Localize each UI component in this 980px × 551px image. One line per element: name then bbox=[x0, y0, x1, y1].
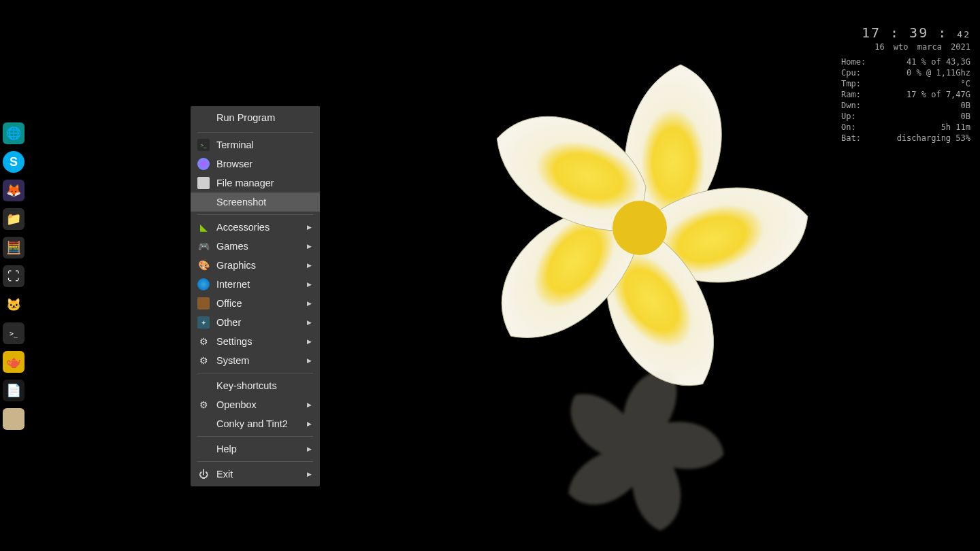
browser-icon bbox=[197, 158, 210, 170]
menu-item-label: Games bbox=[216, 241, 300, 252]
screenshot-icon[interactable]: ⛶ bbox=[3, 265, 24, 287]
palette-icon: 🎨 bbox=[197, 259, 210, 271]
desktop-wallpaper bbox=[0, 0, 980, 551]
menu-games[interactable]: 🎮 Games ▶ bbox=[191, 237, 320, 256]
gear-icon: ⚙ bbox=[197, 354, 210, 367]
folder-icon bbox=[197, 177, 210, 189]
blank-icon bbox=[197, 112, 210, 124]
menu-settings[interactable]: ⚙ Settings ▶ bbox=[191, 332, 320, 351]
menu-item-label: Graphics bbox=[216, 260, 300, 271]
submenu-arrow-icon: ▶ bbox=[307, 243, 312, 250]
menu-key-shortcuts[interactable]: Key-shortcuts bbox=[191, 376, 320, 395]
menu-run-program[interactable]: Run Program bbox=[191, 106, 320, 129]
briefcase-icon bbox=[197, 297, 210, 310]
power-icon: ⏻ bbox=[197, 468, 210, 480]
menu-exit[interactable]: ⏻ Exit ▶ bbox=[191, 465, 320, 484]
menu-separator bbox=[197, 214, 313, 215]
edge-dev-icon[interactable]: 🌐 bbox=[3, 122, 24, 144]
submenu-arrow-icon: ▶ bbox=[307, 338, 312, 345]
gear-icon: ⚙ bbox=[197, 335, 210, 348]
blank-icon bbox=[197, 443, 210, 455]
menu-separator bbox=[197, 132, 313, 133]
menu-item-label: System bbox=[216, 355, 300, 366]
gear-icon: ⚙ bbox=[197, 399, 210, 411]
blank-icon[interactable] bbox=[3, 408, 24, 430]
ruler-icon: ◣ bbox=[197, 221, 210, 233]
menu-item-label: Internet bbox=[216, 279, 300, 290]
notes-icon[interactable]: 📄 bbox=[3, 380, 24, 401]
menu-browser[interactable]: Browser bbox=[191, 154, 320, 173]
dock-panel: 🌐S🦊📁🧮⛶🐱>_🫖📄 bbox=[3, 122, 30, 430]
submenu-arrow-icon: ▶ bbox=[307, 401, 312, 408]
menu-help[interactable]: Help ▶ bbox=[191, 439, 320, 458]
submenu-arrow-icon: ▶ bbox=[307, 262, 312, 269]
skype-icon[interactable]: S bbox=[3, 151, 24, 173]
menu-item-label: Run Program bbox=[216, 112, 312, 123]
menu-internet[interactable]: Internet ▶ bbox=[191, 275, 320, 294]
menu-separator bbox=[197, 373, 313, 373]
teapot-icon[interactable]: 🫖 bbox=[3, 351, 24, 373]
blank-icon bbox=[197, 380, 210, 392]
menu-item-label: Other bbox=[216, 317, 300, 328]
submenu-arrow-icon: ▶ bbox=[307, 224, 312, 231]
cat-icon[interactable]: 🐱 bbox=[3, 294, 24, 316]
blank-icon bbox=[197, 196, 210, 208]
submenu-arrow-icon: ▶ bbox=[307, 319, 312, 326]
submenu-arrow-icon: ▶ bbox=[307, 471, 312, 478]
menu-item-label: Key-shortcuts bbox=[216, 380, 312, 391]
menu-separator bbox=[197, 436, 313, 437]
menu-item-label: Settings bbox=[216, 336, 300, 347]
blank-icon bbox=[197, 418, 210, 430]
menu-screenshot[interactable]: Screenshot bbox=[191, 193, 320, 212]
menu-office[interactable]: Office ▶ bbox=[191, 294, 320, 313]
menu-separator bbox=[197, 461, 313, 462]
menu-item-label: Help bbox=[216, 444, 300, 454]
menu-conky-tint2[interactable]: Conky and Tint2 ▶ bbox=[191, 414, 320, 433]
menu-item-label: Browser bbox=[216, 158, 312, 169]
calculator-icon[interactable]: 🧮 bbox=[3, 237, 24, 258]
menu-item-label: Accessories bbox=[216, 222, 300, 233]
menu-item-label: File manager bbox=[216, 178, 312, 188]
menu-item-label: Openbox bbox=[216, 399, 300, 410]
terminal-icon: >_ bbox=[197, 139, 210, 151]
menu-graphics[interactable]: 🎨 Graphics ▶ bbox=[191, 256, 320, 275]
menu-item-label: Screenshot bbox=[216, 197, 312, 207]
menu-item-label: Office bbox=[216, 298, 300, 309]
menu-item-label: Terminal bbox=[216, 139, 312, 150]
gear-box-icon: ✦ bbox=[197, 316, 210, 329]
submenu-arrow-icon: ▶ bbox=[307, 420, 312, 427]
firefox-icon[interactable]: 🦊 bbox=[3, 180, 24, 201]
menu-terminal[interactable]: >_ Terminal bbox=[191, 135, 320, 154]
menu-file-manager[interactable]: File manager bbox=[191, 173, 320, 193]
menu-openbox[interactable]: ⚙ Openbox ▶ bbox=[191, 395, 320, 414]
terminal-icon[interactable]: >_ bbox=[3, 322, 24, 344]
files-icon[interactable]: 📁 bbox=[3, 208, 24, 230]
root-context-menu: Run Program >_ Terminal Browser File man… bbox=[191, 106, 320, 486]
menu-item-label: Conky and Tint2 bbox=[216, 418, 300, 429]
menu-other[interactable]: ✦ Other ▶ bbox=[191, 313, 320, 332]
menu-item-label: Exit bbox=[216, 469, 300, 480]
menu-accessories[interactable]: ◣ Accessories ▶ bbox=[191, 218, 320, 237]
submenu-arrow-icon: ▶ bbox=[307, 357, 312, 364]
submenu-arrow-icon: ▶ bbox=[307, 281, 312, 288]
gamepad-icon: 🎮 bbox=[197, 240, 210, 252]
submenu-arrow-icon: ▶ bbox=[307, 300, 312, 307]
menu-system[interactable]: ⚙ System ▶ bbox=[191, 351, 320, 370]
globe-icon bbox=[197, 278, 210, 290]
submenu-arrow-icon: ▶ bbox=[307, 446, 312, 452]
